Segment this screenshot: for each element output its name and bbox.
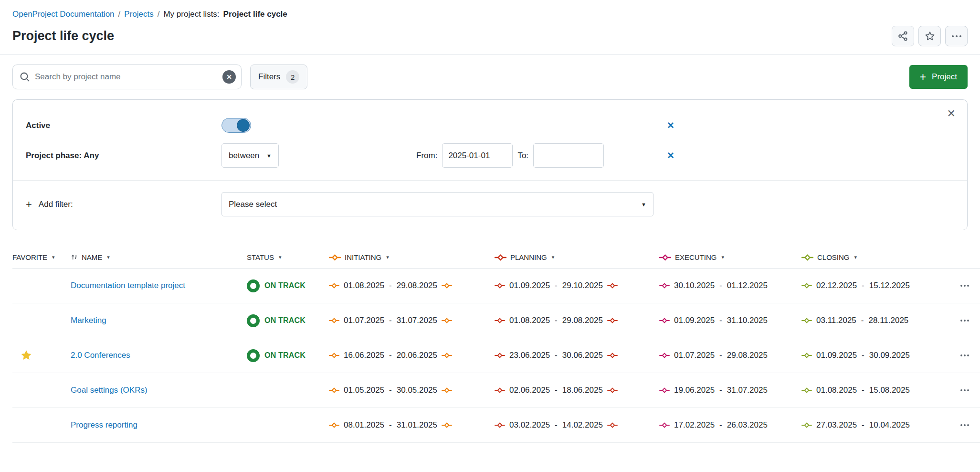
status-on-track-icon xyxy=(247,349,260,362)
favorite-cell[interactable] xyxy=(12,384,71,397)
phase-end-date: 26.03.2025 xyxy=(727,420,768,430)
filters-button[interactable]: Filters 2 xyxy=(250,64,307,89)
date-separator: - xyxy=(389,281,392,290)
remove-active-filter-button[interactable]: ✕ xyxy=(667,120,674,131)
phase-start-date: 01.07.2025 xyxy=(344,316,384,325)
phase-start-date: 01.09.2025 xyxy=(816,351,857,360)
project-link[interactable]: Progress reporting xyxy=(71,420,137,430)
phase-cell-planning: 02.06.2025-18.06.2025 xyxy=(495,386,659,395)
to-date-input[interactable] xyxy=(533,143,604,168)
phase-cell-executing: 19.06.2025-31.07.2025 xyxy=(659,386,801,395)
favorite-page-button[interactable] xyxy=(918,26,941,46)
add-filter-select[interactable]: Please select ▼ xyxy=(221,192,653,216)
phase-start-date: 01.08.2025 xyxy=(816,386,857,395)
phase-gate-start-icon xyxy=(495,422,505,428)
breadcrumb-link-projects[interactable]: Projects xyxy=(124,10,153,19)
table-row: Progress reporting 08.01.2025-31.01.2025… xyxy=(12,408,980,443)
phase-cell-initiating: 01.05.2025-30.05.2025 xyxy=(329,386,495,395)
favorite-cell[interactable] xyxy=(12,419,71,431)
from-date-input[interactable] xyxy=(442,143,513,168)
column-header-closing[interactable]: CLOSING ▾ xyxy=(801,253,950,261)
from-label: From: xyxy=(416,151,437,161)
date-separator: - xyxy=(389,316,392,325)
operator-value: between xyxy=(229,151,259,161)
phase-gate-end-icon xyxy=(607,387,618,393)
column-header-favorite[interactable]: FAVORITE ▾ xyxy=(12,253,71,261)
operator-select[interactable]: between ▼ xyxy=(221,143,279,168)
clear-search-button[interactable]: ✕ xyxy=(222,70,236,84)
phase-gate-start-icon xyxy=(801,387,812,393)
phase-cell-executing: 30.10.2025-01.12.2025 xyxy=(659,281,801,290)
column-label: INITIATING xyxy=(345,253,381,261)
phase-start-date: 01.08.2025 xyxy=(344,281,384,290)
phase-start-date: 01.08.2025 xyxy=(509,316,550,325)
project-link[interactable]: Goal settings (OKRs) xyxy=(71,386,148,395)
phase-cell-closing: 03.11.2025-28.11.2025 xyxy=(801,316,950,325)
row-more-button[interactable] xyxy=(957,351,972,360)
favorite-cell[interactable] xyxy=(12,314,71,327)
chevron-down-icon: ▾ xyxy=(552,254,555,260)
breadcrumb: OpenProject Documentation / Projects / M… xyxy=(0,0,980,19)
column-header-planning[interactable]: PLANNING ▾ xyxy=(495,253,659,261)
chevron-down-icon: ▼ xyxy=(266,153,272,159)
phase-gate-icon xyxy=(495,254,506,261)
phase-cell-executing: 01.09.2025-31.10.2025 xyxy=(659,316,801,325)
column-header-initiating[interactable]: INITIATING ▾ xyxy=(329,253,495,261)
phase-end-date: 29.10.2025 xyxy=(562,281,603,290)
phase-end-date: 30.09.2025 xyxy=(869,351,910,360)
more-actions-button[interactable] xyxy=(945,26,968,46)
project-link[interactable]: 2.0 Conferences xyxy=(71,351,130,360)
chevron-down-icon: ▾ xyxy=(854,254,857,260)
phase-gate-start-icon xyxy=(659,422,670,428)
search-input[interactable] xyxy=(12,64,242,89)
row-more-button[interactable] xyxy=(957,421,972,429)
phase-start-date: 08.01.2025 xyxy=(344,420,384,430)
close-filter-panel-button[interactable]: ✕ xyxy=(947,108,956,119)
share-button[interactable] xyxy=(892,26,914,46)
phase-cell-planning: 03.02.2025-14.02.2025 xyxy=(495,420,659,430)
column-header-status[interactable]: STATUS ▾ xyxy=(247,253,329,261)
date-separator: - xyxy=(719,351,722,360)
phase-start-date: 19.06.2025 xyxy=(674,386,715,395)
remove-phase-filter-button[interactable]: ✕ xyxy=(667,150,674,161)
favorite-cell[interactable] xyxy=(12,279,71,292)
phase-gate-end-icon xyxy=(442,283,452,289)
phase-gate-start-icon xyxy=(495,387,505,393)
phase-gate-end-icon xyxy=(607,318,618,323)
date-separator: - xyxy=(862,386,864,395)
table-row: Goal settings (OKRs) 01.05.2025-30.05.20… xyxy=(12,373,980,408)
project-link[interactable]: Marketing xyxy=(71,316,106,325)
add-project-button[interactable]: + Project xyxy=(909,65,968,89)
search-box: ✕ xyxy=(12,64,242,89)
toggle-knob xyxy=(237,119,250,132)
phase-end-date: 20.06.2025 xyxy=(397,351,437,360)
phase-start-date: 01.09.2025 xyxy=(674,316,715,325)
phase-cell-initiating: 16.06.2025-20.06.2025 xyxy=(329,351,495,360)
row-more-button[interactable] xyxy=(957,316,972,325)
page-header: Project life cycle xyxy=(0,19,980,54)
ellipsis-icon xyxy=(951,35,962,38)
row-more-button[interactable] xyxy=(957,386,972,395)
add-project-label: Project xyxy=(932,72,957,82)
project-link[interactable]: Documentation template project xyxy=(71,281,185,290)
chevron-down-icon: ▾ xyxy=(52,254,55,260)
phase-gate-start-icon xyxy=(495,318,505,323)
row-more-button[interactable] xyxy=(957,281,972,290)
phase-cell-executing: 01.07.2025-29.08.2025 xyxy=(659,351,801,360)
filter-panel-divider xyxy=(13,180,967,181)
column-header-name[interactable]: NAME ▾ xyxy=(71,253,247,261)
filter-row-active: Active ✕ xyxy=(26,118,954,133)
phase-gate-end-icon xyxy=(442,353,452,358)
phase-start-date: 01.09.2025 xyxy=(509,281,550,290)
column-header-executing[interactable]: EXECUTING ▾ xyxy=(659,253,801,261)
table-row: Marketing ON TRACK 01.07.2025-31.07.2025… xyxy=(12,303,980,338)
phase-start-date: 01.07.2025 xyxy=(674,351,715,360)
active-toggle[interactable] xyxy=(221,118,251,133)
status-label: ON TRACK xyxy=(264,281,306,290)
phase-end-date: 28.11.2025 xyxy=(869,316,909,325)
phase-cell-initiating: 01.07.2025-31.07.2025 xyxy=(329,316,495,325)
breadcrumb-link-openproject[interactable]: OpenProject Documentation xyxy=(12,10,115,19)
favorite-cell[interactable] xyxy=(12,349,71,362)
date-separator: - xyxy=(861,316,864,325)
row-actions-cell xyxy=(950,351,980,360)
